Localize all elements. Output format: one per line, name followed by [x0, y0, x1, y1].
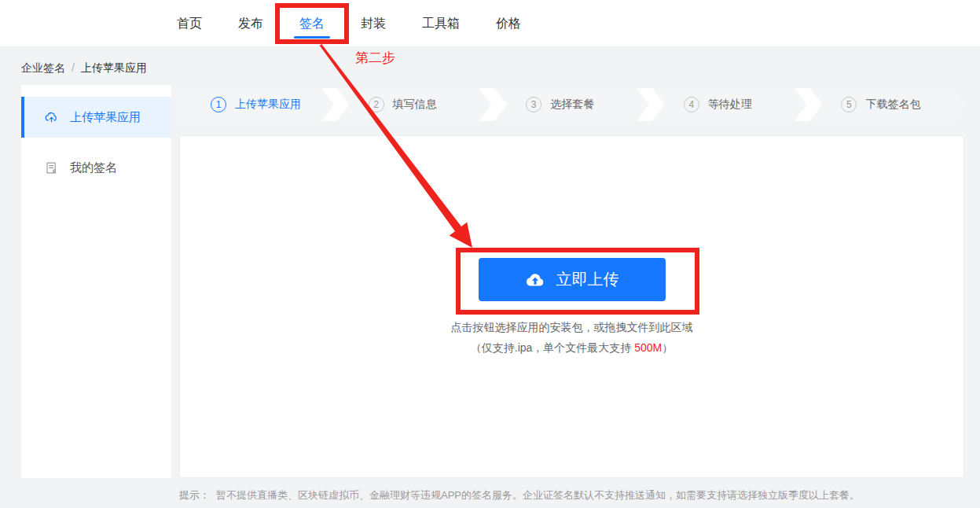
- main-nav: 首页 发布 签名 封装 工具箱 价格: [177, 0, 521, 47]
- step-label: 上传苹果应用: [235, 98, 301, 112]
- sidebar-item-upload-app[interactable]: 上传苹果应用: [21, 97, 171, 138]
- upload-hint-line1: 点击按钮选择应用的安装包，或拖拽文件到此区域: [451, 321, 693, 335]
- nav-item-label: 发布: [238, 16, 263, 32]
- step-number-badge: 2: [369, 97, 384, 112]
- step-3-choose-plan: 3 选择套餐: [494, 88, 649, 121]
- cloud-upload-filled-icon: [525, 270, 545, 290]
- step-wizard: 1 上传苹果应用 2 填写信息 3 选择套餐 4 等待处理 5 下载签名包: [179, 88, 964, 121]
- nav-item-label: 封装: [361, 16, 386, 32]
- tip-label: 提示：: [179, 489, 210, 501]
- upload-hint-line2: （仅支持.ipa，单个文件最大支持 500M）: [471, 341, 674, 355]
- step-number-badge: 5: [841, 97, 857, 112]
- active-tab-underline: [294, 36, 330, 39]
- nav-item-home[interactable]: 首页: [177, 0, 202, 47]
- breadcrumb-root[interactable]: 企业签名: [21, 61, 65, 74]
- nav-item-price[interactable]: 价格: [496, 0, 521, 47]
- step-1-upload: 1 上传苹果应用: [179, 88, 334, 121]
- step-label: 选择套餐: [550, 98, 594, 112]
- nav-item-package[interactable]: 封装: [361, 0, 386, 47]
- nav-item-label: 工具箱: [422, 16, 460, 32]
- footer-tip: 提示：暂不提供直播类、区块链虚拟币、金融理财等违规APP的签名服务。企业证签名默…: [179, 488, 969, 502]
- step-2-fill-info: 2 填写信息: [337, 88, 492, 121]
- nav-item-sign[interactable]: 签名: [299, 0, 325, 47]
- hint-suffix: ）: [662, 341, 673, 354]
- step-number-badge: 4: [684, 97, 699, 112]
- breadcrumb: 企业签名/上传苹果应用: [21, 61, 147, 75]
- top-nav-bar: 首页 发布 签名 封装 工具箱 价格: [0, 0, 980, 47]
- tip-text: 暂不提供直播类、区块链虚拟币、金融理财等违规APP的签名服务。企业证签名默认不支…: [216, 489, 860, 501]
- step-5-download-package: 5 下载签名包: [809, 88, 964, 121]
- step-number-badge: 3: [526, 97, 541, 112]
- upload-dropzone-panel[interactable]: 立即上传 点击按钮选择应用的安装包，或拖拽文件到此区域 （仅支持.ipa，单个文…: [179, 135, 964, 478]
- step-number-badge: 1: [211, 97, 226, 112]
- hint-prefix: （仅支持.ipa，单个文件最大支持: [471, 341, 634, 354]
- nav-item-toolbox[interactable]: 工具箱: [422, 0, 460, 47]
- step-4-wait-process: 4 等待处理: [652, 88, 807, 121]
- nav-item-label: 首页: [177, 16, 202, 32]
- upload-now-button[interactable]: 立即上传: [479, 258, 666, 301]
- nav-item-label: 价格: [496, 16, 521, 32]
- step-label: 下载签名包: [865, 98, 920, 112]
- size-limit-value: 500M: [634, 341, 662, 354]
- cloud-upload-icon: [44, 110, 59, 125]
- step-label: 等待处理: [708, 98, 752, 112]
- sidebar-item-my-signatures[interactable]: 我的签名: [21, 147, 171, 188]
- sidebar-item-label: 我的签名: [70, 160, 117, 175]
- nav-item-publish[interactable]: 发布: [238, 0, 263, 47]
- breadcrumb-current: 上传苹果应用: [81, 61, 147, 74]
- signature-file-icon: [44, 160, 59, 175]
- sidebar: 上传苹果应用 我的签名: [21, 85, 171, 478]
- nav-item-label: 签名: [299, 16, 325, 32]
- step-label: 填写信息: [393, 98, 437, 112]
- upload-button-label: 立即上传: [556, 269, 619, 290]
- breadcrumb-separator: /: [72, 61, 75, 74]
- sidebar-item-label: 上传苹果应用: [70, 110, 141, 125]
